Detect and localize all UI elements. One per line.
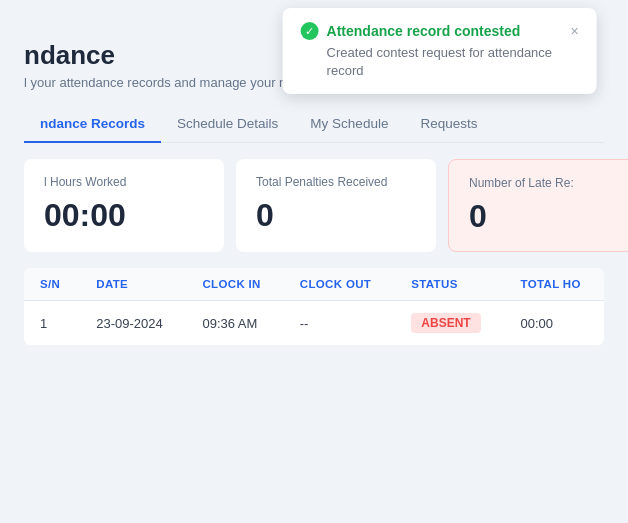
stat-label-late: Number of Late Re: <box>469 176 627 190</box>
status-badge: ABSENT <box>411 313 480 333</box>
table-header-row: S/N DATE CLOCK IN CLOCK OUT STATUS TOTAL… <box>24 268 604 301</box>
stat-label-hours: l Hours Worked <box>44 175 204 189</box>
col-header-date: DATE <box>80 268 186 301</box>
tab-schedule-details[interactable]: Schedule Details <box>161 106 294 143</box>
main-container: ✓ Attendance record contested × Created … <box>0 0 628 523</box>
table-container: S/N DATE CLOCK IN CLOCK OUT STATUS TOTAL… <box>0 268 628 346</box>
col-header-sn: S/N <box>24 268 80 301</box>
toast-title: Attendance record contested <box>327 23 521 39</box>
toast-body: Created contest request for attendance r… <box>327 44 579 80</box>
toast-header: ✓ Attendance record contested × <box>301 22 579 40</box>
tab-requests[interactable]: Requests <box>404 106 493 143</box>
table-wrap: S/N DATE CLOCK IN CLOCK OUT STATUS TOTAL… <box>24 268 604 346</box>
col-header-status: STATUS <box>395 268 504 301</box>
cell-sn: 1 <box>24 301 80 346</box>
table-row: 1 23-09-2024 09:36 AM -- ABSENT 00:00 <box>24 301 604 346</box>
stat-value-late: 0 <box>469 198 627 235</box>
stat-card-penalties: Total Penalties Received 0 <box>236 159 436 252</box>
col-header-clock-in: CLOCK IN <box>186 268 283 301</box>
cell-clock-in: 09:36 AM <box>186 301 283 346</box>
cell-status: ABSENT <box>395 301 504 346</box>
tab-attendance-records[interactable]: ndance Records <box>24 106 161 143</box>
tab-my-schedule[interactable]: My Schedule <box>294 106 404 143</box>
stat-label-penalties: Total Penalties Received <box>256 175 416 189</box>
stat-card-hours: l Hours Worked 00:00 <box>24 159 224 252</box>
cell-total-hours: 00:00 <box>505 301 604 346</box>
col-header-clock-out: CLOCK OUT <box>284 268 396 301</box>
attendance-table: S/N DATE CLOCK IN CLOCK OUT STATUS TOTAL… <box>24 268 604 346</box>
stat-value-penalties: 0 <box>256 197 416 234</box>
tab-bar: ndance Records Schedule Details My Sched… <box>24 106 604 143</box>
toast-notification: ✓ Attendance record contested × Created … <box>283 8 597 94</box>
stat-value-hours: 00:00 <box>44 197 204 234</box>
check-icon: ✓ <box>301 22 319 40</box>
toast-close-button[interactable]: × <box>570 24 578 38</box>
stats-row: l Hours Worked 00:00 Total Penalties Rec… <box>0 143 628 268</box>
cell-clock-out: -- <box>284 301 396 346</box>
toast-title-row: ✓ Attendance record contested <box>301 22 521 40</box>
stat-card-late: Number of Late Re: 0 <box>448 159 628 252</box>
cell-date: 23-09-2024 <box>80 301 186 346</box>
col-header-total-hours: TOTAL HO <box>505 268 604 301</box>
